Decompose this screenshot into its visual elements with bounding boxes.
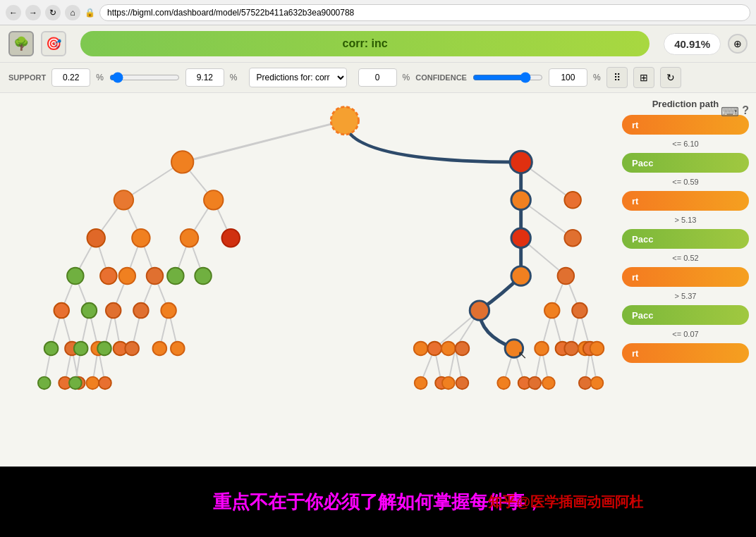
node-leaf-r1 <box>415 377 427 390</box>
grid-view-button[interactable]: ⊞ <box>633 67 654 88</box>
main-content: 🌳 🎯 corr: inc 40.91% ⊕ SUPPORT % % Predi… <box>0 25 756 467</box>
node-highlight-2 <box>511 190 530 209</box>
pred-path-item-7: <= 0.52 <box>622 252 749 264</box>
keyboard-icon[interactable]: ⌨ <box>721 104 739 120</box>
prediction-path-list: rt<= 6.10Pacc<= 0.59rt> 5.13Pacc<= 0.52r… <box>622 115 749 363</box>
lock-icon: 🔒 <box>85 8 95 18</box>
node-highlight-4 <box>511 266 530 285</box>
help-icon[interactable]: ? <box>742 104 749 117</box>
node-right-8 <box>441 342 456 356</box>
node-lll-2 <box>82 303 97 319</box>
back-button[interactable]: ← <box>6 5 21 20</box>
node-ll-1 <box>67 268 84 285</box>
node-lll-1 <box>54 303 69 319</box>
watermark-bar: 重点不在于你必须了解如何掌握每件事， 知乎@医学插画动画阿杜 <box>0 467 756 537</box>
node-right-9 <box>456 342 470 356</box>
confidence-slider[interactable] <box>472 72 543 83</box>
svg-text:↖: ↖ <box>518 349 527 361</box>
node-lll-4 <box>133 303 149 319</box>
prediction-bar: corr: inc <box>80 31 650 56</box>
pred-path-condition-1: <= 6.10 <box>622 137 749 150</box>
node-right-5 <box>572 303 587 319</box>
pred-path-btn-10[interactable]: Pacc <box>622 305 749 325</box>
prediction-label: corr: inc <box>343 37 388 50</box>
pred-path-item-8: rt <box>622 267 749 287</box>
predictions-select[interactable]: Predictions for: corr <box>249 68 347 87</box>
pred-path-condition-5: > 5.13 <box>622 214 749 226</box>
node-ll-5 <box>167 268 184 285</box>
node-right-7 <box>427 342 441 356</box>
node-llll-7 <box>125 342 139 356</box>
node-lll-3 <box>106 303 121 319</box>
node-llll-3 <box>74 342 88 356</box>
pred-path-btn-12[interactable]: rt <box>622 343 749 363</box>
pred-path-item-1: <= 6.10 <box>622 137 749 150</box>
confidence-slider-container <box>472 72 543 83</box>
pred-path-item-9: > 5.37 <box>622 290 749 302</box>
node-lll-5 <box>161 303 176 319</box>
support-label: SUPPORT <box>8 73 46 82</box>
expand-button[interactable]: ⊕ <box>728 34 748 54</box>
pred-path-item-11: <= 0.07 <box>622 328 749 340</box>
pred-path-btn-6[interactable]: Pacc <box>622 229 749 249</box>
url-bar[interactable] <box>99 4 750 21</box>
node-leaf-5 <box>87 377 99 390</box>
confidence-label: CONFIDENCE <box>415 73 467 82</box>
node-leaf-r3 <box>442 377 455 390</box>
node-leaf-4 <box>69 377 82 390</box>
svg-line-0 <box>183 121 345 162</box>
node-highlight-1 <box>510 151 532 173</box>
support-max-pct: % <box>230 73 238 82</box>
refresh-button[interactable]: ↻ <box>660 67 681 88</box>
pred-path-btn-8[interactable]: rt <box>622 267 749 287</box>
tree-view-button[interactable]: 🌳 <box>8 31 34 56</box>
node-leaf-6 <box>99 377 111 390</box>
node-leaf-r4 <box>456 377 469 390</box>
pred-path-btn-4[interactable]: rt <box>622 191 749 211</box>
pred-path-item-4: rt <box>622 191 749 211</box>
browser-bar: ← → ↻ ⌂ 🔒 <box>0 0 756 25</box>
pred-path-item-10: Pacc <box>622 305 749 325</box>
root-node <box>331 107 358 135</box>
support-min-input[interactable] <box>51 68 90 87</box>
node-leaf-1 <box>38 377 51 390</box>
node-right-3 <box>564 230 581 247</box>
tree-svg: ↖ <box>0 93 614 431</box>
confidence-min-pct: % <box>403 73 410 82</box>
node-right-15 <box>590 342 604 356</box>
node-ll-6 <box>195 268 212 285</box>
node-ll-2 <box>100 268 117 285</box>
home-button[interactable]: ⌂ <box>65 5 80 20</box>
node-right-10 <box>535 342 549 356</box>
watermark-logo: 知乎@医学插画动画阿杜 <box>488 493 643 512</box>
pred-path-item-2: Pacc <box>622 153 749 173</box>
pred-path-item-5: > 5.13 <box>622 214 749 226</box>
confidence-max-input[interactable] <box>549 68 587 87</box>
prediction-path-panel: ⌨ ? Prediction path rt<= 6.10Pacc<= 0.59… <box>615 93 756 431</box>
pred-path-item-12: rt <box>622 343 749 363</box>
settings-button[interactable]: 🎯 <box>41 31 66 56</box>
confidence-max-pct: % <box>593 73 601 82</box>
node-llll-5 <box>97 342 111 356</box>
forward-button[interactable]: → <box>25 5 41 20</box>
node-ll-4 <box>147 268 164 285</box>
confidence-min-input[interactable] <box>358 68 397 87</box>
dots-view-button[interactable]: ⠿ <box>606 67 628 88</box>
filters-bar: SUPPORT % % Predictions for: corr % CONF… <box>0 63 756 93</box>
node-llll-9 <box>171 342 185 356</box>
pred-path-condition-7: <= 0.52 <box>622 252 749 264</box>
node-highlight-5 <box>470 301 489 320</box>
reload-button[interactable]: ↻ <box>45 5 61 20</box>
node-leaf-r5 <box>497 377 510 390</box>
node-ll-3 <box>119 268 136 285</box>
node-right-12 <box>564 342 578 356</box>
node-right-4 <box>544 303 560 319</box>
node-right-2 <box>558 268 575 285</box>
pred-path-btn-2[interactable]: Pacc <box>622 153 749 173</box>
tree-area: ↖ ⌨ ? Prediction path rt<= 6.10Pacc<= 0.… <box>0 93 756 431</box>
pred-path-condition-3: <= 0.59 <box>622 175 749 188</box>
support-slider-container <box>109 72 180 83</box>
support-slider[interactable] <box>109 72 180 83</box>
node-llll-8 <box>153 342 167 356</box>
support-max-input[interactable] <box>185 68 224 87</box>
